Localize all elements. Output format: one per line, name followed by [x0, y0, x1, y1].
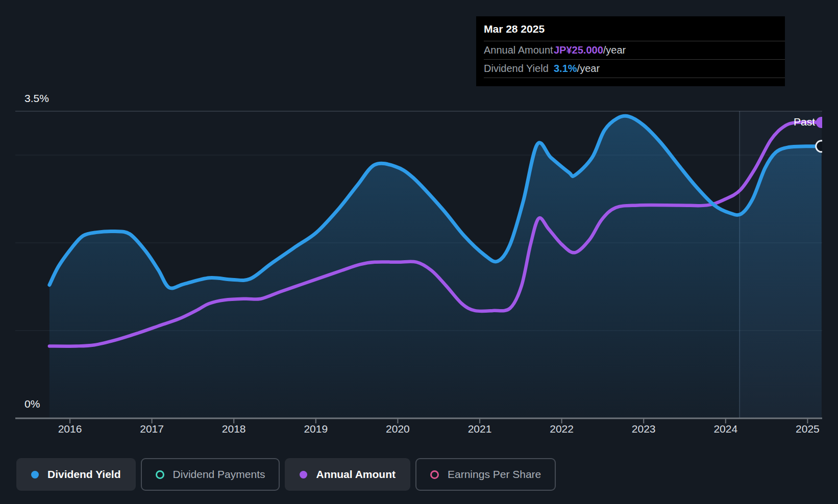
x-axis-label: 2019: [304, 423, 328, 435]
tooltip-row-value: 3.1%: [554, 63, 577, 74]
tooltip-row-value: JP¥25.000: [554, 44, 603, 56]
tooltip-rows: Annual AmountJP¥25.000/yearDividend Yiel…: [476, 41, 785, 78]
tooltip-row-label: Dividend Yield: [484, 63, 554, 74]
tooltip-row: Annual AmountJP¥25.000/year: [484, 41, 785, 59]
tooltip-row-suffix: /year: [577, 63, 600, 74]
x-axis-label: 2025: [796, 423, 820, 435]
dividend-yield-end-marker: [816, 141, 827, 152]
x-axis: [15, 418, 822, 423]
tooltip-row-label: Annual Amount: [484, 44, 554, 56]
tooltip-row-suffix: /year: [603, 44, 626, 56]
legend-item-label: Dividend Payments: [173, 468, 265, 481]
legend-item-label: Earnings Per Share: [448, 468, 541, 481]
dividend-payments-marker-icon: [156, 470, 164, 479]
x-axis-label: 2023: [632, 423, 656, 435]
y-axis-label-min: 0%: [24, 398, 40, 410]
dividend-yield-marker-icon: [31, 471, 39, 478]
legend-item-dividend-payments[interactable]: Dividend Payments: [141, 458, 280, 491]
dividend-history-chart: 3.5% 0% 20162017201820192020202120222023…: [0, 0, 838, 504]
earnings-per-share-marker-icon: [430, 470, 439, 479]
dividend-yield-area: [50, 116, 822, 418]
x-axis-ticks: [70, 419, 807, 423]
legend-item-earnings-per-share[interactable]: Earnings Per Share: [415, 458, 556, 491]
x-axis-label: 2017: [140, 423, 164, 435]
chart-tooltip: Mar 28 2025 Annual AmountJP¥25.000/yearD…: [476, 16, 785, 86]
tooltip-date: Mar 28 2025: [476, 16, 785, 41]
legend-item-label: Dividend Yield: [47, 468, 121, 481]
annual-amount-end-marker: [816, 117, 827, 128]
annual-amount-marker-icon: [300, 471, 307, 478]
past-label: Past: [794, 116, 815, 128]
x-axis-label: 2021: [468, 423, 492, 435]
tooltip-row: Dividend Yield3.1%/year: [484, 59, 785, 78]
legend-item-dividend-yield[interactable]: Dividend Yield: [16, 458, 136, 491]
legend-item-annual-amount[interactable]: Annual Amount: [285, 458, 410, 491]
legend-item-label: Annual Amount: [316, 468, 396, 481]
x-axis-label: 2022: [550, 423, 574, 435]
x-axis-label: 2020: [386, 423, 410, 435]
x-axis-label: 2018: [222, 423, 246, 435]
chart-legend: Dividend YieldDividend PaymentsAnnual Am…: [16, 458, 556, 491]
x-axis-label: 2024: [713, 423, 737, 435]
x-axis-label: 2016: [58, 423, 82, 435]
y-axis-label-max: 3.5%: [24, 92, 49, 105]
